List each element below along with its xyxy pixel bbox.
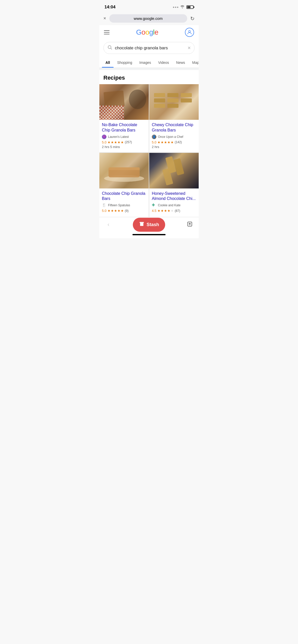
recipe-info-3: Chocolate Chip Granola Bars 🍴 Fifteen Sp… (99, 188, 149, 217)
tab-maps[interactable]: Maps (189, 57, 199, 68)
svg-rect-9 (181, 93, 192, 97)
tab-images[interactable]: Images (136, 57, 155, 68)
svg-point-1 (108, 46, 111, 49)
svg-rect-10 (181, 98, 192, 103)
recipe-time-1: 2 hrs 5 mins (102, 145, 146, 149)
search-bar-container: ✕ (99, 39, 199, 57)
svg-rect-7 (167, 98, 179, 103)
review-count-2: (142) (175, 140, 182, 144)
recipe-card-2[interactable]: Chewy Chocolate Chip Granola Bars 👤 Once… (149, 84, 199, 152)
recipe-title-3: Chocolate Chip Granola Bars (102, 191, 146, 202)
stash-label: Stash (146, 222, 159, 227)
recipe-thumbnail-1 (99, 84, 149, 120)
search-input[interactable] (115, 46, 185, 51)
recipes-section: Recipes No-Bake Chocolate Chip Granola B… (99, 70, 199, 217)
status-icons (173, 5, 194, 9)
logo-letter-o1: o (142, 28, 145, 36)
section-divider (99, 68, 199, 70)
logo-letter-g: G (136, 28, 141, 36)
search-tabs: All Shopping Images Videos News Maps (99, 57, 199, 68)
refresh-button[interactable]: ↻ (190, 16, 195, 22)
account-button[interactable] (185, 28, 194, 37)
logo-letter-g2: g (149, 28, 153, 36)
recipe-image-2 (149, 84, 199, 120)
tab-news[interactable]: News (173, 57, 189, 68)
source-avatar-4: ✚ (152, 203, 156, 208)
recipe-image-4 (149, 153, 199, 188)
google-header: Google (99, 25, 199, 39)
recipe-card-4[interactable]: Honey-Sweetened Almond Chocolate Chi... … (149, 153, 199, 217)
source-avatar-1: 💜 (102, 135, 106, 139)
clear-search-button[interactable]: ✕ (187, 46, 191, 50)
svg-line-2 (111, 48, 112, 50)
recipe-info-1: No-Bake Chocolate Chip Granola Bars 💜 La… (99, 120, 149, 152)
recipe-source-1: 💜 Lauren's Latest (102, 135, 146, 139)
recipe-thumbnail-3 (99, 153, 149, 188)
recipe-rating-2: 5.0 ★ ★ ★ ★ ★ (142) (152, 140, 196, 144)
home-bar (132, 234, 166, 235)
recipe-rating-1: 5.0 ★ ★ ★ ★ ★ (257) (102, 140, 146, 144)
search-bar[interactable]: ✕ (103, 42, 195, 54)
svg-rect-8 (167, 104, 179, 108)
stars-3: ★ ★ ★ ★ ★ (107, 209, 124, 213)
recipes-heading: Recipes (99, 70, 199, 84)
recipe-time-2: 2 hrs (152, 145, 196, 149)
recipe-info-2: Chewy Chocolate Chip Granola Bars 👤 Once… (149, 120, 199, 152)
recipe-card-3[interactable]: Chocolate Chip Granola Bars 🍴 Fifteen Sp… (99, 153, 149, 217)
source-name-1: Lauren's Latest (108, 135, 129, 139)
rating-score-2: 5.0 (152, 140, 156, 144)
stars-2: ★ ★ ★ ★ ★ (157, 140, 174, 144)
rating-score-3: 5.0 (102, 209, 106, 213)
logo-letter-e: e (155, 28, 158, 36)
tab-videos[interactable]: Videos (155, 57, 173, 68)
recipe-rating-4: 4.5 ★ ★ ★ ★ ★ (87) (152, 209, 196, 213)
close-tab-button[interactable]: × (103, 16, 106, 21)
source-avatar-2: 👤 (152, 135, 156, 139)
source-name-4: Cookie and Kate (158, 203, 181, 207)
rating-score-1: 5.0 (102, 140, 106, 144)
svg-rect-5 (154, 104, 165, 108)
svg-point-0 (188, 31, 190, 32)
tab-shopping[interactable]: Shopping (114, 57, 136, 68)
url-bar[interactable]: www.google.com (109, 14, 187, 23)
stars-4: ★ ★ ★ ★ ★ (157, 209, 174, 213)
signal-icon (173, 7, 178, 8)
recipe-source-4: ✚ Cookie and Kate (152, 203, 196, 208)
recipe-card-1[interactable]: No-Bake Chocolate Chip Granola Bars 💜 La… (99, 84, 149, 152)
bottom-nav-bar: ‹ › Stash (99, 217, 199, 232)
logo-letter-o2: o (145, 28, 149, 36)
svg-rect-6 (167, 93, 179, 97)
svg-rect-3 (154, 93, 165, 97)
recipe-source-3: 🍴 Fifteen Spatulas (102, 203, 146, 208)
svg-rect-17 (140, 222, 144, 223)
tab-all[interactable]: All (102, 57, 114, 68)
svg-rect-15 (173, 158, 184, 175)
rating-score-4: 4.5 (152, 209, 156, 213)
stash-icon (139, 221, 144, 228)
stash-button[interactable]: Stash (133, 218, 165, 232)
wifi-icon (180, 5, 185, 9)
recipe-title-1: No-Bake Chocolate Chip Granola Bars (102, 122, 146, 133)
hamburger-menu[interactable] (104, 30, 110, 34)
search-icon (107, 45, 112, 51)
review-count-4: (87) (175, 209, 180, 213)
browser-bar: × www.google.com ↻ (99, 13, 199, 25)
recipe-grid: No-Bake Chocolate Chip Granola Bars 💜 La… (99, 84, 199, 217)
svg-rect-4 (154, 98, 165, 103)
google-logo: Google (136, 28, 158, 36)
recipe-source-2: 👤 Once Upon a Chef (152, 135, 196, 139)
status-bar: 14:04 (99, 0, 199, 13)
recipe-title-2: Chewy Chocolate Chip Granola Bars (152, 122, 196, 133)
review-count-3: (9) (125, 209, 129, 213)
recipe-image-1 (99, 84, 149, 120)
recipe-title-4: Honey-Sweetened Almond Chocolate Chi... (152, 191, 196, 202)
recipe-rating-3: 5.0 ★ ★ ★ ★ ★ (9) (102, 209, 146, 213)
recipe-info-4: Honey-Sweetened Almond Chocolate Chi... … (149, 188, 199, 217)
home-indicator (99, 232, 199, 238)
stars-1: ★ ★ ★ ★ ★ (107, 140, 124, 144)
back-button[interactable]: ‹ (105, 220, 111, 229)
battery-icon (186, 5, 194, 9)
svg-rect-13 (109, 167, 140, 170)
share-button[interactable] (187, 221, 193, 228)
status-time: 14:04 (104, 5, 115, 10)
